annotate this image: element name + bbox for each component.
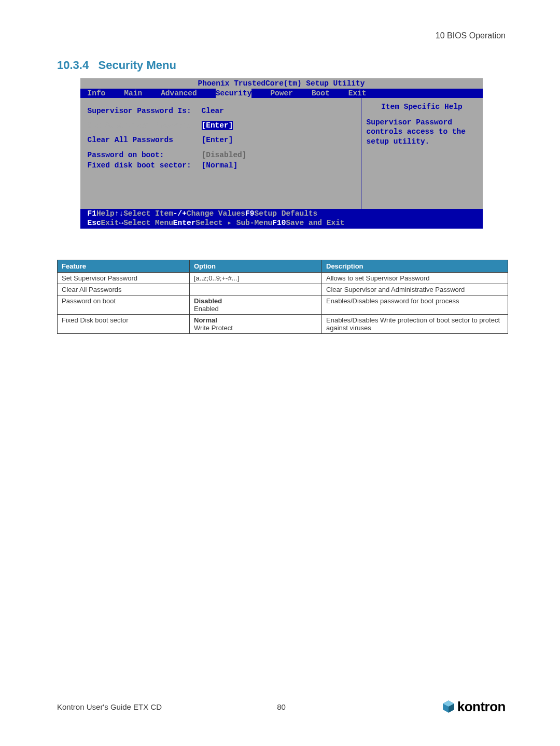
cell-feature: Fixed Disk boot sector: [58, 315, 190, 334]
section-number: 10.3.4: [57, 59, 89, 72]
table-row: Clear All Passwords Clear Supervisor and…: [58, 284, 508, 295]
kontron-logo-icon: [442, 700, 455, 713]
cell-option: [190, 284, 322, 295]
bios-tab-security: Security: [216, 89, 252, 98]
th-option: Option: [190, 260, 322, 273]
cell-feature: Clear All Passwords: [58, 284, 190, 295]
bios-screenshot: Phoenix TrustedCore(tm) Setup Utility In…: [80, 78, 483, 229]
bios-item-value: [Normal]: [202, 161, 238, 170]
bios-item-label: Password on boot:: [88, 150, 202, 160]
bios-item-value: [Enter]: [202, 121, 233, 130]
bios-item: Fixed disk boot sector: [Normal]: [88, 161, 354, 170]
chapter-header: 10 BIOS Operation: [57, 31, 506, 40]
bios-item-label: Supervisor Password Is:: [88, 106, 202, 116]
bios-item: Password on boot: [Disabled]: [88, 150, 354, 160]
cell-desc: Enables/Disables Write protection of boo…: [322, 315, 508, 334]
bios-tab-info: Info: [88, 89, 106, 98]
kontron-logo: kontron: [442, 699, 506, 715]
bios-tab-main: Main: [124, 89, 142, 98]
bios-item-label: Clear All Passwords: [88, 135, 202, 145]
table-row: Set Supervisor Password [a..z;0..9;+-#..…: [58, 273, 508, 284]
bios-item-value: Clear: [202, 106, 225, 116]
table-header-row: Feature Option Description: [58, 260, 508, 273]
bios-body: Supervisor Password Is: Clear Set Superv…: [80, 98, 483, 209]
table-row: Password on boot DisabledEnabled Enables…: [58, 295, 508, 315]
bios-footer-row: Esc Exit ↔ Select Menu Enter Select ▸ Su…: [88, 218, 475, 228]
cell-desc: Clear Supervisor and Administrative Pass…: [322, 284, 508, 295]
bios-footer: F1 Help ↑↓ Select Item -/+ Change Values…: [80, 209, 483, 229]
cell-desc: Allows to set Supervisor Password: [322, 273, 508, 284]
bios-item-label: Set Supervisor Password:: [88, 121, 202, 130]
th-feature: Feature: [58, 260, 190, 273]
table-row: Fixed Disk boot sector NormalWrite Prote…: [58, 315, 508, 334]
bios-tab-advanced: Advanced: [161, 89, 197, 98]
kontron-logo-text: kontron: [457, 699, 506, 715]
section-title: Security Menu: [99, 59, 176, 72]
cell-option: [a..z;0..9;+-#...]: [190, 273, 322, 284]
cell-feature: Password on boot: [58, 295, 190, 315]
bios-tab-boot: Boot: [312, 89, 330, 98]
bios-help-panel: Item Specific Help Supervisor Password c…: [361, 98, 483, 209]
feature-table: Feature Option Description Set Superviso…: [57, 260, 508, 334]
bios-item-selected: Set Supervisor Password: [Enter]: [88, 121, 354, 130]
bios-item: Supervisor Password Is: Clear: [88, 106, 354, 116]
section-heading: 10.3.4 Security Menu: [57, 59, 506, 72]
bios-title: Phoenix TrustedCore(tm) Setup Utility: [80, 78, 483, 89]
cell-option: NormalWrite Protect: [190, 315, 322, 334]
bios-help-title: Item Specific Help: [367, 102, 478, 111]
cell-option: DisabledEnabled: [190, 295, 322, 315]
bios-left-panel: Supervisor Password Is: Clear Set Superv…: [80, 98, 361, 209]
th-description: Description: [322, 260, 508, 273]
cell-feature: Set Supervisor Password: [58, 273, 190, 284]
page-footer: Kontron User's Guide ETX CD 80 kontron: [57, 699, 506, 715]
footer-page-number: 80: [206, 702, 356, 711]
cell-desc: Enables/Disables password for boot proce…: [322, 295, 508, 315]
footer-logo: kontron: [356, 699, 506, 715]
bios-item-value: [Disabled]: [202, 150, 247, 160]
bios-help-text: Supervisor Password controls access to t…: [367, 118, 478, 146]
bios-tab-exit: Exit: [348, 89, 367, 98]
bios-menubar: Info Main Advanced Security Power Boot E…: [80, 89, 483, 98]
bios-tab-power: Power: [270, 89, 293, 98]
bios-item-value: [Enter]: [202, 135, 233, 145]
bios-footer-row: F1 Help ↑↓ Select Item -/+ Change Values…: [88, 209, 475, 218]
footer-guide-title: Kontron User's Guide ETX CD: [57, 702, 206, 711]
bios-item: Clear All Passwords [Enter]: [88, 135, 354, 145]
bios-item-label: Fixed disk boot sector:: [88, 161, 202, 170]
